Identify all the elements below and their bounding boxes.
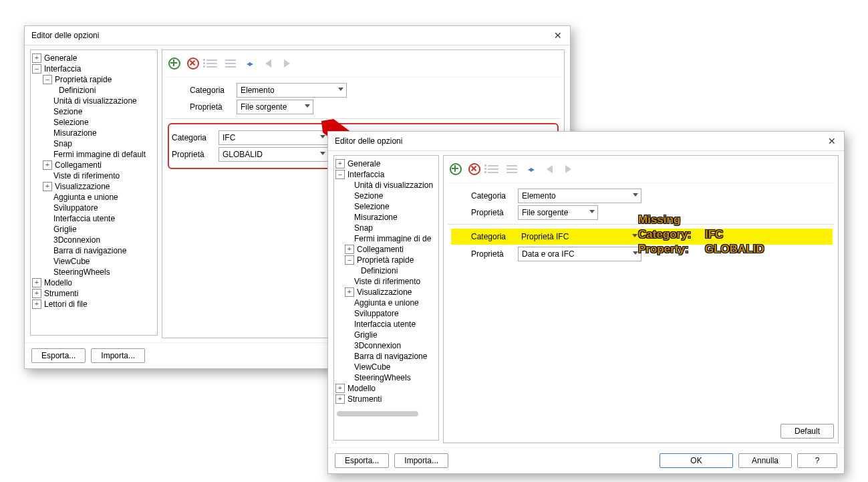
tree-fermi[interactable]: Fermi immagine di default (53, 149, 146, 160)
tree-griglie[interactable]: Griglie (53, 224, 77, 235)
tree-aggiunta[interactable]: Aggiunta e unione (53, 192, 118, 203)
chevron-down-icon (633, 193, 638, 197)
tree-definizioni[interactable]: Definizioni (59, 85, 96, 96)
tree-viewcube[interactable]: ViewCube (354, 362, 390, 372)
proprieta-label: Proprietà (190, 102, 230, 112)
tree-3d[interactable]: 3Dconnexion (53, 235, 100, 245)
proprieta1-combo[interactable]: File sorgente (237, 100, 313, 114)
annotation-property-key: Property: (638, 242, 705, 257)
chevron-down-icon (320, 135, 325, 138)
ok-button[interactable]: OK (660, 453, 733, 468)
annulla-button[interactable]: Annulla (738, 453, 792, 468)
tree-modello[interactable]: Modello (44, 277, 72, 288)
tree-barra[interactable]: Barra di navigazione (53, 245, 126, 256)
link-arrows-icon: ◂▸ (247, 59, 252, 68)
delete-button[interactable] (466, 161, 482, 177)
lines-icon (225, 59, 236, 68)
esporta-button[interactable]: Esporta... (31, 348, 86, 363)
toolbar-back: ◂▸ (166, 54, 560, 78)
list2-button[interactable] (223, 55, 239, 72)
tree-selezione[interactable]: Selezione (53, 117, 89, 128)
tree-proprieta-rapide[interactable]: Proprietà rapide (357, 255, 414, 265)
tree-unita[interactable]: Unità di visualizzazione (53, 96, 137, 106)
importa-button[interactable]: Importa... (91, 348, 145, 363)
tree-visualizzazione[interactable]: Visualizzazione (55, 181, 110, 192)
default-button[interactable]: Default (780, 424, 834, 439)
lines-icon (507, 164, 517, 174)
link-button[interactable]: ◂▸ (241, 55, 257, 72)
tree-generale[interactable]: Generale (347, 158, 380, 169)
annotation-property-val: GLOBALID (705, 243, 764, 255)
tree-sezione[interactable]: Sezione (354, 191, 383, 201)
prev-button[interactable] (541, 161, 557, 177)
x-circle-icon (187, 57, 199, 70)
tree-lettori[interactable]: Lettori di file (44, 299, 88, 310)
tree-viewcube[interactable]: ViewCube (53, 256, 90, 267)
tree-sviluppatore[interactable]: Sviluppatore (354, 308, 399, 319)
categoria2-combo[interactable]: IFC (219, 130, 329, 145)
add-button[interactable] (166, 55, 182, 72)
categoria4-combo[interactable]: Proprietà IFC (518, 230, 640, 243)
add-button[interactable] (448, 161, 464, 177)
importa-button[interactable]: Importa... (394, 453, 448, 468)
tree-selezione[interactable]: Selezione (354, 201, 390, 212)
tree-aggiunta[interactable]: Aggiunta e unione (354, 297, 419, 308)
tree-steering[interactable]: SteeringWheels (354, 372, 411, 383)
tree-strumenti[interactable]: Strumenti (44, 288, 78, 299)
list1-button[interactable] (485, 161, 501, 177)
tree-generale[interactable]: Generale (44, 53, 77, 64)
tree-steering[interactable]: SteeringWheels (53, 267, 110, 277)
next-button[interactable] (560, 161, 576, 177)
tree-front[interactable]: +Generale –Interfaccia Unità di visualiz… (333, 155, 439, 441)
help-button[interactable]: ? (797, 453, 837, 468)
proprieta4-combo[interactable]: Data e ora IFC (518, 247, 641, 261)
tree-misurazione[interactable]: Misurazione (53, 128, 97, 138)
tree-collegamenti[interactable]: Collegamenti (55, 160, 102, 170)
proprieta2-combo[interactable]: GLOBALID (219, 147, 329, 162)
delete-button[interactable] (185, 55, 201, 72)
chevron-down-icon (338, 88, 343, 91)
tree-proprieta-rapide[interactable]: Proprietà rapide (55, 74, 112, 85)
tree-interfaccia[interactable]: Interfaccia (44, 64, 81, 74)
tree-snap[interactable]: Snap (354, 223, 373, 233)
tree-utente[interactable]: Interfaccia utente (53, 213, 115, 224)
scrollbar-thumb[interactable] (337, 411, 418, 416)
list2-button[interactable] (504, 161, 520, 177)
tree-misurazione[interactable]: Misurazione (354, 212, 398, 223)
proprieta3-combo[interactable]: File sorgente (518, 205, 598, 220)
categoria3-combo[interactable]: Elemento (518, 189, 641, 203)
tree-utente[interactable]: Interfaccia utente (354, 319, 416, 330)
tree-snap[interactable]: Snap (53, 138, 72, 149)
annotation-category-val: IFC (705, 228, 723, 241)
tree-unita[interactable]: Unità di visualizzazion (354, 180, 433, 191)
tree-barra[interactable]: Barra di navigazione (354, 351, 427, 362)
tree-interfaccia[interactable]: Interfaccia (347, 169, 384, 180)
options-editor-front: Editor delle opzioni ✕ +Generale –Interf… (327, 131, 845, 474)
tree-definizioni[interactable]: Definizioni (361, 265, 398, 276)
next-button[interactable] (279, 55, 295, 72)
close-icon[interactable]: ✕ (550, 27, 566, 43)
categoria-label-2: Categoria (172, 133, 212, 142)
list1-button[interactable] (204, 55, 220, 72)
tree-strumenti[interactable]: Strumenti (347, 394, 382, 404)
chevron-down-icon (589, 210, 595, 213)
categoria1-combo[interactable]: Elemento (237, 83, 347, 98)
prev-button[interactable] (260, 55, 276, 72)
tree-sviluppatore[interactable]: Sviluppatore (53, 203, 98, 213)
tree-griglie[interactable]: Griglie (354, 330, 378, 340)
tree-fermi[interactable]: Fermi immagine di de (354, 233, 431, 244)
esporta-button[interactable]: Esporta... (335, 453, 389, 468)
tree-visualizzazione[interactable]: Visualizzazione (357, 287, 412, 297)
tree-viste[interactable]: Viste di riferimento (53, 170, 120, 181)
footer-front: Esporta... Importa... OK Annulla ? (328, 447, 844, 473)
tree-collegamenti[interactable]: Collegamenti (357, 244, 404, 255)
tree-viste[interactable]: Viste di riferimento (354, 276, 420, 287)
categoria-label-4: Categoria (471, 232, 511, 241)
tree-modello[interactable]: Modello (347, 383, 376, 394)
close-icon[interactable]: ✕ (824, 133, 840, 149)
tree-sezione[interactable]: Sezione (53, 106, 82, 117)
tree-back[interactable]: +Generale –Interfaccia –Proprietà rapide… (30, 49, 158, 336)
x-circle-icon (468, 163, 480, 175)
link-button[interactable]: ◂▸ (523, 161, 539, 177)
tree-3d[interactable]: 3Dconnexion (354, 340, 401, 351)
